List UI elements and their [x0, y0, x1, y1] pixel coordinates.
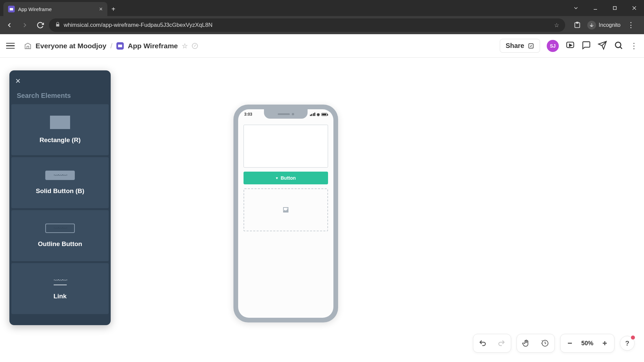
search-icon[interactable] [614, 41, 623, 51]
share-button[interactable]: Share [500, 39, 540, 53]
bottom-toolbar: 50% ? [473, 334, 635, 353]
history-timeline-button[interactable] [536, 334, 554, 353]
bookmark-star-icon[interactable]: ☆ [554, 22, 559, 29]
element-tile-link[interactable]: 〰〰〰 Link [11, 263, 109, 314]
element-tile-outline-button[interactable]: 〰〰〰 Outline Button [11, 210, 109, 261]
sync-status-icon: ✓ [192, 43, 198, 49]
tile-label: Rectangle (R) [40, 136, 80, 144]
hand-tool-button[interactable] [517, 334, 536, 353]
share-icon [528, 43, 534, 49]
svg-line-10 [620, 47, 622, 49]
undo-button[interactable] [473, 334, 492, 353]
back-button[interactable] [3, 18, 16, 32]
phone-statusbar: 3:03 ◉ [238, 112, 333, 117]
tile-label: Solid Button (B) [36, 187, 85, 195]
workspace-icon [24, 42, 32, 50]
chrome-menu-icon[interactable]: ⋮ [624, 21, 638, 29]
minimize-button[interactable] [586, 0, 605, 16]
zoom-level[interactable]: 50% [579, 340, 595, 347]
svg-marker-8 [570, 44, 572, 46]
phone-screen: 3:03 ◉ Button [238, 109, 333, 318]
wireframe-button[interactable]: Button [244, 172, 328, 184]
zoom-group: 50% [560, 334, 614, 353]
close-window-button[interactable] [625, 0, 644, 16]
tab-favicon-icon [8, 6, 15, 12]
wireframe-rectangle[interactable] [244, 125, 328, 168]
signal-icon [310, 113, 316, 116]
canvas[interactable]: × Rectangle (R) 〰〰〰 Solid Button (B) 〰〰〰… [0, 58, 644, 362]
help-button[interactable]: ? [620, 336, 635, 351]
present-icon[interactable] [566, 41, 575, 51]
extensions-icon[interactable] [571, 18, 584, 32]
doc-type-icon [116, 42, 124, 50]
address-bar[interactable]: whimsical.com/app-wireframe-Fudpau5J3cGb… [49, 18, 565, 32]
solid-button-icon: 〰〰〰 [45, 171, 75, 180]
tab-search-icon[interactable] [566, 5, 586, 11]
tab-close-icon[interactable]: × [99, 6, 103, 13]
url-text: whimsical.com/app-wireframe-Fudpau5J3cGb… [64, 22, 212, 28]
wireframe-image-placeholder[interactable] [244, 188, 328, 231]
browser-toolbar: whimsical.com/app-wireframe-Fudpau5J3cGb… [0, 16, 644, 34]
statusbar-time: 3:03 [244, 112, 252, 117]
wifi-icon: ◉ [317, 112, 320, 117]
history-group [473, 334, 511, 353]
menu-icon[interactable] [6, 43, 15, 49]
svg-rect-1 [613, 7, 616, 10]
outline-button-icon: 〰〰〰 [45, 224, 75, 233]
send-icon[interactable] [598, 41, 607, 51]
breadcrumb-workspace[interactable]: Everyone at Moodjoy [36, 42, 106, 50]
phone-frame[interactable]: 3:03 ◉ Button [233, 105, 338, 322]
incognito-label: Incognito [599, 22, 621, 28]
maximize-button[interactable] [605, 0, 625, 16]
zoom-in-button[interactable] [595, 334, 614, 353]
user-avatar[interactable]: SJ [547, 40, 559, 52]
new-tab-button[interactable]: + [107, 2, 119, 16]
window-controls [566, 0, 644, 16]
tile-label: Link [53, 293, 66, 300]
breadcrumb: Everyone at Moodjoy / App Wireframe ☆ ✓ [24, 42, 198, 50]
rectangle-icon [50, 116, 70, 129]
elements-panel: × Rectangle (R) 〰〰〰 Solid Button (B) 〰〰〰… [9, 70, 111, 325]
more-menu-icon[interactable]: ⋮ [630, 41, 638, 51]
phone-content: Button [238, 109, 333, 231]
element-tiles: Rectangle (R) 〰〰〰 Solid Button (B) 〰〰〰 O… [9, 104, 111, 316]
wireframe-button-label: Button [281, 175, 296, 181]
zoom-out-button[interactable] [560, 334, 579, 353]
panel-close-icon[interactable]: × [15, 76, 20, 86]
share-label: Share [505, 42, 524, 50]
incognito-icon [587, 21, 596, 29]
forward-button[interactable] [18, 18, 32, 32]
link-icon: 〰〰〰 [54, 278, 67, 285]
lock-icon [55, 22, 60, 29]
battery-icon [321, 113, 327, 116]
breadcrumb-doc-title[interactable]: App Wireframe [128, 42, 178, 50]
reload-button[interactable] [34, 18, 47, 32]
breadcrumb-separator: / [110, 42, 112, 50]
panel-search [9, 92, 111, 104]
browser-tab-strip: App Wireframe × + [0, 0, 644, 16]
tab-title: App Wireframe [18, 6, 96, 12]
comments-icon[interactable] [582, 41, 591, 51]
view-group [517, 334, 555, 353]
tile-label: Outline Button [38, 240, 82, 248]
search-elements-input[interactable] [17, 92, 103, 100]
redo-button[interactable] [492, 334, 511, 353]
favorite-star-icon[interactable]: ☆ [182, 42, 188, 50]
image-icon [281, 206, 290, 214]
address-bar-actions: ☆ [554, 22, 559, 29]
element-tile-rectangle[interactable]: Rectangle (R) [11, 104, 109, 155]
app-header: Everyone at Moodjoy / App Wireframe ☆ ✓ … [0, 34, 644, 58]
incognito-badge[interactable]: Incognito [587, 21, 621, 29]
browser-tab[interactable]: App Wireframe × [3, 2, 107, 16]
svg-point-9 [615, 42, 621, 47]
element-tile-solid-button[interactable]: 〰〰〰 Solid Button (B) [11, 157, 109, 208]
